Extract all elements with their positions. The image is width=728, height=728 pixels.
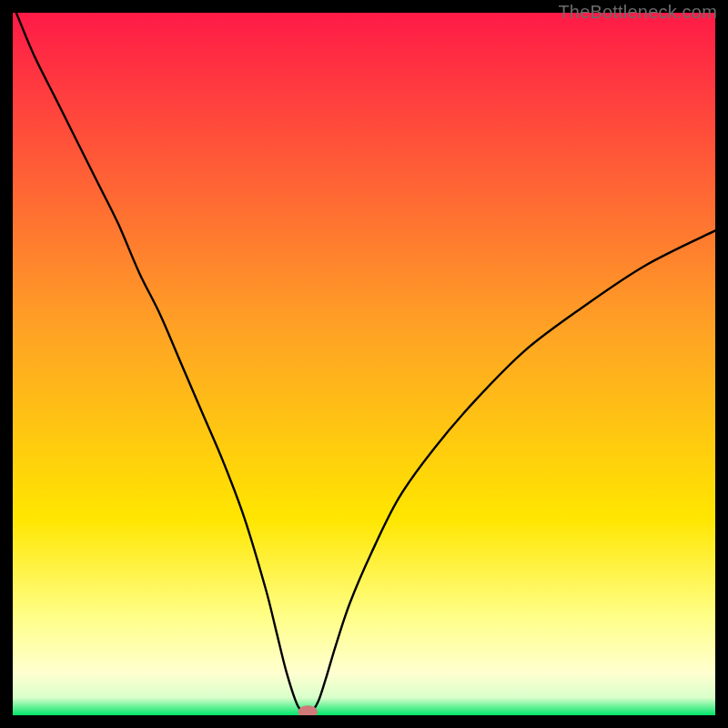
bottleneck-chart <box>13 13 715 715</box>
watermark-text: TheBottleneck.com <box>558 2 717 23</box>
chart-background <box>13 13 715 715</box>
